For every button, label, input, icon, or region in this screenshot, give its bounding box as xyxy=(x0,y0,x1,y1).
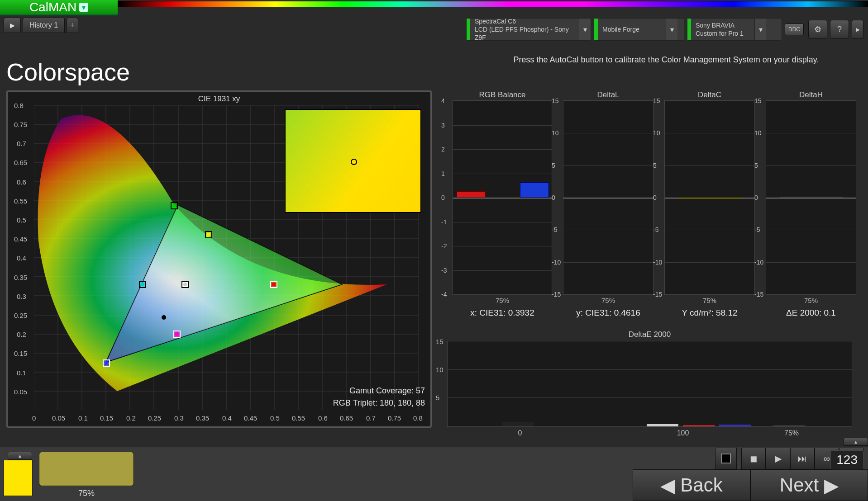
cie-point-cyan xyxy=(139,281,146,288)
page-title: Colorspace xyxy=(6,58,130,86)
cie-chart-panel: CIE 1931 xy xyxy=(6,90,432,428)
chart-title: DeltaH xyxy=(766,90,856,99)
display-mode: Custom for Pro 1 xyxy=(696,29,750,38)
chart-plot[interactable]: 15 10 5 0 100 75% xyxy=(447,341,852,427)
chevron-right-icon: ▸ xyxy=(856,24,860,34)
transport-stop[interactable]: ◼ xyxy=(741,448,766,469)
back-label: Back xyxy=(680,474,722,496)
instruction-text: Press the AutoCal button to calibrate th… xyxy=(473,55,859,65)
cie-point-magenta xyxy=(173,331,181,338)
chart-title: DeltaC xyxy=(664,90,755,99)
status-stripe xyxy=(594,19,598,40)
chevron-right-icon: ▶ xyxy=(824,474,839,496)
next-button[interactable]: Next ▶ xyxy=(750,469,868,501)
de-bar-100-w xyxy=(647,424,678,426)
tab-label: History 1 xyxy=(29,21,58,29)
rgb-balance-chart: RGB Balance 43210-1-2-3-4 75% x: CIE31: … xyxy=(453,90,552,317)
chart-xlabel: 75% xyxy=(563,295,653,304)
chart-plot[interactable]: 151050-5-10-15 xyxy=(563,100,653,295)
logo-dropdown-icon[interactable]: ▾ xyxy=(79,3,88,12)
de-bar-100-b xyxy=(719,425,751,426)
transport-collapse-button[interactable]: ▲ xyxy=(844,438,868,446)
current-color-swatch[interactable] xyxy=(39,452,134,486)
loop-icon: ∞ xyxy=(824,454,830,464)
chart-title: DeltaE 2000 xyxy=(447,330,852,339)
status-stripe xyxy=(687,19,691,40)
chevron-down-icon[interactable]: ▾ xyxy=(579,19,591,40)
chevron-down-icon[interactable]: ▾ xyxy=(754,19,766,40)
chart-title: DeltaL xyxy=(563,90,653,99)
status-stripe xyxy=(467,19,470,40)
question-icon: ? xyxy=(837,25,842,34)
play-button[interactable]: ▶ xyxy=(4,18,21,33)
transport-play[interactable]: ▶ xyxy=(766,448,790,469)
cie-point-green xyxy=(171,202,178,209)
chevron-down-icon[interactable]: ▾ xyxy=(666,19,677,40)
de-bar-75 xyxy=(773,425,805,426)
app-name: CalMAN xyxy=(29,0,76,14)
chart-title: RGB Balance xyxy=(453,90,552,99)
meter-device-panel[interactable]: SpectraCal C6 LCD (LED PFS Phosphor) - S… xyxy=(466,18,591,41)
de-bar-0 xyxy=(502,422,534,426)
stop-icon: ◼ xyxy=(750,453,758,464)
cie-point-white xyxy=(181,281,189,288)
footer-collapse-button[interactable]: ▲ xyxy=(8,452,32,460)
chart-plot[interactable]: 43210-1-2-3-4 xyxy=(453,100,552,295)
ddc-button[interactable]: DDC xyxy=(785,24,804,35)
skip-icon: ⏭ xyxy=(798,454,807,464)
gamut-info: Gamut Coverage: 57 RGB Triplet: 180, 180… xyxy=(333,385,425,409)
swatch-label: 75% xyxy=(78,489,95,498)
bar-deltac xyxy=(678,198,742,199)
chevron-left-icon: ◀ xyxy=(660,474,675,496)
pattern-name: Mobile Forge xyxy=(602,25,661,33)
chart-plot[interactable]: 151050-5-10-15 xyxy=(766,100,856,295)
cie-point-dot xyxy=(162,315,166,320)
deltae2000-chart: DeltaE 2000 15 10 5 0 100 75% xyxy=(447,330,852,429)
deltac-chart: DeltaC 151050-5-10-15 75% Y cd/m²: 58.12 xyxy=(664,90,755,317)
cie-point-yellow xyxy=(205,231,212,238)
chart-plot[interactable]: 151050-5-10-15 xyxy=(664,100,755,295)
transport-skip[interactable]: ⏭ xyxy=(790,448,815,469)
panel-collapse-button[interactable]: ▸ xyxy=(852,20,863,39)
display-name: Sony BRAVIA xyxy=(696,21,750,29)
deltal-chart: DeltaL 151050-5-10-15 75% y: CIE31: 0.46… xyxy=(563,90,653,317)
back-button[interactable]: ◀ Back xyxy=(633,469,750,501)
pattern-device-panel[interactable]: Mobile Forge ▾ xyxy=(594,18,684,41)
meter-name: SpectraCal C6 xyxy=(475,17,574,25)
tab-add-button[interactable]: + xyxy=(67,18,78,33)
stop-button[interactable] xyxy=(715,448,737,469)
de-bar-100-r xyxy=(683,425,715,426)
gear-icon: ⚙ xyxy=(814,24,821,34)
spectrum-bar xyxy=(118,1,868,7)
chart-stat: x: CIE31: 0.3932 xyxy=(453,304,552,318)
cie-chart-title: CIE 1931 xy xyxy=(8,92,430,106)
chart-stat: ΔE 2000: 0.1 xyxy=(766,304,856,318)
bar-deltah xyxy=(780,197,843,198)
footer-bar: ▲ 75% ▲ 123 ◼ ▶ ⏭ ∞ ⟳ xyxy=(0,447,868,501)
chart-stat: y: CIE31: 0.4616 xyxy=(563,304,653,318)
tab-history-1[interactable]: History 1 xyxy=(23,18,65,33)
chart-xlabel: 75% xyxy=(664,295,755,304)
cie-overlay-swatch xyxy=(285,109,421,213)
color-thumbnail[interactable] xyxy=(4,460,33,496)
display-device-panel[interactable]: Sony BRAVIA Custom for Pro 1 ▾ xyxy=(687,18,782,41)
help-button[interactable]: ? xyxy=(830,20,849,39)
bar-red xyxy=(457,191,486,198)
meter-mode: LCD (LED PFS Phosphor) - Sony Z9F xyxy=(475,25,574,42)
play-icon: ▶ xyxy=(775,453,782,464)
cie-point-red xyxy=(270,281,277,288)
stop-icon xyxy=(721,454,731,463)
frame-count: 123 xyxy=(830,450,863,469)
deltah-chart: DeltaH 151050-5-10-15 75% ΔE 2000: 0.1 xyxy=(766,90,856,317)
next-label: Next xyxy=(780,474,819,496)
bar-blue xyxy=(520,182,549,198)
app-logo[interactable]: CalMAN ▾ xyxy=(0,0,118,15)
cie-point-blue xyxy=(103,359,110,367)
settings-button[interactable]: ⚙ xyxy=(808,20,827,39)
overlay-point-icon xyxy=(351,159,357,165)
chart-stat: Y cd/m²: 58.12 xyxy=(664,304,755,318)
chart-xlabel: 75% xyxy=(766,295,856,304)
chart-xlabel: 75% xyxy=(453,295,552,304)
